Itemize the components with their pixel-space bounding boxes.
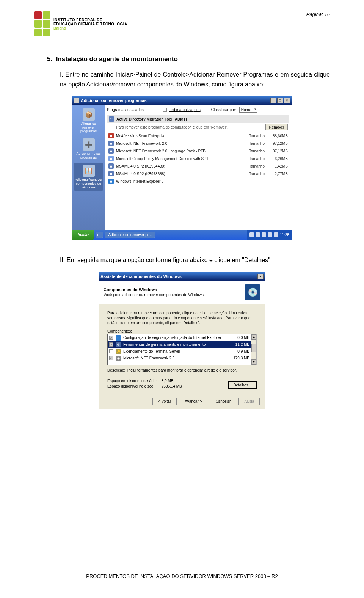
- space-avail-label: Espaço disponível no disco:: [107, 384, 160, 389]
- start-button[interactable]: Iniciar: [72, 230, 94, 240]
- program-name: Microsoft .NET Framework 2.0 Language Pa…: [116, 149, 242, 153]
- program-icon: ■: [108, 141, 114, 146]
- component-row[interactable]: ✓⚙Ferramentas de gerenciamento e monitor…: [108, 341, 251, 348]
- windows-components-icon: 🪟: [83, 165, 95, 177]
- component-row[interactable]: 🔑Licenciamento do Terminal Server0,9 MB: [108, 348, 251, 355]
- paragraph-2: II. Em seguida marque a opção conforme f…: [60, 255, 330, 265]
- taskbar-ie-icon[interactable]: e: [96, 232, 103, 238]
- component-checkbox[interactable]: ✓: [109, 356, 113, 360]
- maximize-button[interactable]: □: [277, 98, 283, 103]
- size-label: Tamanho: [244, 172, 265, 176]
- section-heading: 5. Instalação do agente de monitoramento: [47, 55, 330, 63]
- description-text: Inclui ferramentas para monitorar e gere…: [127, 368, 237, 372]
- size-label: Tamanho: [244, 134, 265, 138]
- scroll-thumb[interactable]: [251, 344, 256, 352]
- size-label: Tamanho: [244, 164, 265, 168]
- program-icon: ■: [108, 148, 114, 154]
- component-name: Configuração de segurança reforçada do I…: [123, 336, 226, 340]
- sidebar-item-change-remove[interactable]: 📦 Alterar ou remover programas: [74, 107, 103, 135]
- page-footer: PROCEDIMENTOS DE INSTALAÇÃO DO SERVIDOR …: [34, 571, 330, 579]
- component-checkbox[interactable]: [109, 349, 113, 353]
- program-row[interactable]: ■MSXML 4.0 SP2 (KB954430)Tamanho1,42MB: [107, 162, 289, 170]
- program-row-selected[interactable]: ⬚ Active Directory Migration Tool (ADMT): [107, 115, 289, 123]
- component-icon: ⚙: [116, 342, 121, 347]
- program-row[interactable]: ■Windows Internet Explorer 8: [107, 177, 289, 185]
- component-checkbox[interactable]: ✓: [109, 336, 113, 340]
- add-remove-programs-window: Adicionar ou remover programas _ □ × 📦 A…: [72, 96, 292, 240]
- component-row[interactable]: ✓eConfiguração de segurança reforçada do…: [108, 334, 251, 341]
- details-button[interactable]: Detalhes...: [228, 381, 257, 389]
- window-titlebar[interactable]: Adicionar ou remover programas _ □ ×: [72, 96, 292, 105]
- program-name: Windows Internet Explorer 8: [116, 179, 288, 184]
- program-size: 97,12MB: [267, 141, 288, 146]
- tray-icon: [256, 232, 260, 237]
- close-button[interactable]: ×: [257, 274, 264, 279]
- back-button[interactable]: < Voltar: [152, 398, 177, 405]
- component-icon: ◈: [116, 356, 121, 361]
- taskbar-task-arp[interactable]: Adicionar ou remover pr...: [105, 232, 155, 238]
- system-tray[interactable]: 11:25: [247, 230, 292, 240]
- program-row[interactable]: ■MSXML 4.0 SP2 (KB973688)Tamanho2,77MB: [107, 170, 289, 177]
- component-name: Microsoft .NET Framework 2.0: [123, 356, 226, 360]
- program-row[interactable]: ■Microsoft .NET Framework 2.0Tamanho97,1…: [107, 140, 289, 147]
- wizard-titlebar[interactable]: Assistente de componentes do Windows ×: [99, 272, 265, 281]
- close-button[interactable]: ×: [284, 98, 290, 103]
- component-size: 11,2 MB: [229, 342, 249, 347]
- help-button[interactable]: Ajuda: [238, 398, 260, 405]
- change-remove-icon: 📦: [83, 108, 95, 121]
- details-btn-rest: etalhes...: [236, 383, 251, 387]
- institution-logo: INSTITUTO FEDERAL DE EDUCAÇÃO CIÊNCIA E …: [34, 11, 127, 36]
- remove-hint-text: Para remover este programa do computador…: [116, 125, 228, 129]
- program-size: 38,60MB: [267, 134, 288, 138]
- logo-line3: Baiano: [53, 26, 127, 30]
- arp-titlebar-icon: [74, 98, 79, 103]
- show-updates-checkbox[interactable]: [163, 108, 167, 112]
- program-name: MSXML 4.0 SP2 (KB973688): [116, 172, 242, 176]
- component-row[interactable]: ✓◈Microsoft .NET Framework 2.0179,3 MB: [108, 355, 251, 362]
- program-row[interactable]: ■McAfee VirusScan EnterpriseTamanho38,60…: [107, 132, 289, 140]
- paragraph-1: I. Entre no caminho Iniciar>Painel de Co…: [60, 70, 330, 89]
- program-icon: ■: [108, 133, 114, 138]
- size-label: Tamanho: [244, 157, 265, 161]
- program-icon: ■: [108, 156, 114, 161]
- program-icon: ■: [108, 163, 114, 169]
- tray-icon: [274, 232, 278, 237]
- program-size: 6,26MB: [267, 157, 288, 161]
- components-scrollbar[interactable]: ▲ ▼: [251, 334, 256, 365]
- wizard-header-title: Componentes do Windows: [104, 287, 205, 292]
- logo-line1: INSTITUTO FEDERAL DE: [53, 18, 127, 22]
- windows-components-wizard: Assistente de componentes do Windows × C…: [99, 272, 265, 409]
- wizard-header-icon: 💿: [245, 284, 260, 300]
- page-number: Página: 16: [306, 11, 330, 17]
- sort-by-dropdown[interactable]: Nome: [239, 107, 258, 113]
- component-checkbox[interactable]: ✓: [109, 342, 113, 347]
- minimize-button[interactable]: _: [270, 98, 276, 103]
- program-icon: ■: [108, 171, 114, 176]
- program-row[interactable]: ■Microsoft .NET Framework 2.0 Language P…: [107, 147, 289, 155]
- component-name: Licenciamento do Terminal Server: [123, 349, 226, 353]
- component-size: 0,9 MB: [229, 349, 249, 353]
- program-size: 2,77MB: [267, 172, 288, 176]
- program-name: McAfee VirusScan Enterprise: [116, 134, 242, 138]
- program-name: MSXML 4.0 SP2 (KB954430): [116, 164, 242, 168]
- sidebar-item-add-new[interactable]: ➕ Adicionar novos programas: [74, 137, 103, 161]
- component-size: 179,3 MB: [229, 356, 249, 360]
- remove-button[interactable]: Remover: [265, 124, 288, 130]
- taskbar: Iniciar e Adicionar ou remover pr... 11:…: [72, 230, 292, 240]
- scroll-down-arrow[interactable]: ▼: [251, 359, 256, 365]
- cancel-button[interactable]: Cancelar: [210, 398, 236, 405]
- next-button[interactable]: Avançar >: [179, 398, 207, 405]
- scroll-up-arrow[interactable]: ▲: [251, 334, 256, 340]
- program-row[interactable]: ■Microsoft Group Policy Management Conso…: [107, 155, 289, 162]
- description-label: Descrição:: [107, 368, 125, 372]
- program-name: Microsoft .NET Framework 2.0: [116, 141, 242, 146]
- space-avail-value: 25051,4 MB: [162, 384, 182, 388]
- arp-program-list: Programas instalados: Exibir atualizaçõe…: [105, 105, 292, 230]
- admt-icon: ⬚: [109, 116, 114, 122]
- component-icon: e: [116, 335, 121, 341]
- program-size: 97,12MB: [267, 149, 288, 153]
- sidebar-item-windows-components[interactable]: 🪟 Adicionar/remover componentes do Windo…: [74, 163, 103, 191]
- wizard-title: Assistente de componentes do Windows: [100, 274, 182, 279]
- logo-line2: EDUCAÇÃO CIÊNCIA E TECNOLOGIA: [53, 22, 127, 26]
- components-listbox[interactable]: ✓eConfiguração de segurança reforçada do…: [107, 334, 257, 365]
